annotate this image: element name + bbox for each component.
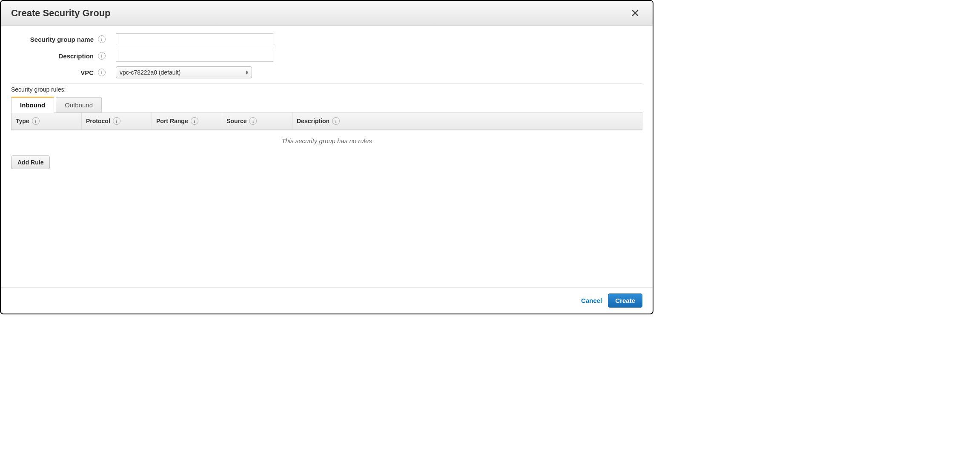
column-source-label: Source xyxy=(226,118,246,124)
column-protocol: Protocol xyxy=(82,112,152,130)
info-icon[interactable] xyxy=(332,117,340,125)
info-icon[interactable] xyxy=(113,117,120,125)
column-protocol-label: Protocol xyxy=(86,118,110,124)
tab-inbound[interactable]: Inbound xyxy=(11,97,54,113)
add-rule-button[interactable]: Add Rule xyxy=(11,155,50,169)
create-button[interactable]: Create xyxy=(608,294,642,308)
security-group-name-label: Security group name xyxy=(11,36,96,43)
rules-section-label: Security group rules: xyxy=(11,86,642,93)
dialog-title: Create Security Group xyxy=(11,8,111,19)
dialog-footer: Cancel Create xyxy=(1,287,653,314)
vpc-label: VPC xyxy=(11,69,96,76)
create-security-group-dialog: Create Security Group ✕ Security group n… xyxy=(0,0,653,314)
dialog-header: Create Security Group ✕ xyxy=(1,1,653,26)
close-icon[interactable]: ✕ xyxy=(628,8,642,19)
info-icon[interactable] xyxy=(191,117,198,125)
info-icon[interactable] xyxy=(249,117,257,125)
column-port-range: Port Range xyxy=(152,112,222,130)
info-icon[interactable] xyxy=(32,117,40,125)
column-description: Description xyxy=(292,112,642,130)
rules-table: Type Protocol Port Range Source xyxy=(11,112,642,130)
tab-outbound[interactable]: Outbound xyxy=(56,97,102,113)
security-group-name-row: Security group name xyxy=(11,33,642,45)
column-description-label: Description xyxy=(297,118,330,124)
info-icon[interactable] xyxy=(98,35,106,43)
description-row: Description xyxy=(11,50,642,62)
vpc-select-wrap: vpc-c78222a0 (default) ▲▼ xyxy=(116,66,252,78)
info-icon[interactable] xyxy=(98,52,106,60)
column-port-range-label: Port Range xyxy=(156,118,188,124)
vpc-selected-value: vpc-c78222a0 (default) xyxy=(120,69,181,76)
description-input[interactable] xyxy=(116,50,273,62)
column-type-label: Type xyxy=(16,118,29,124)
vpc-select[interactable]: vpc-c78222a0 (default) xyxy=(116,66,252,78)
column-source: Source xyxy=(222,112,292,130)
description-label: Description xyxy=(11,52,96,60)
rules-tabs: Inbound Outbound xyxy=(11,96,642,112)
rules-table-header: Type Protocol Port Range Source xyxy=(11,112,642,130)
rules-section: Security group rules: Inbound Outbound T… xyxy=(11,83,642,169)
no-rules-message: This security group has no rules xyxy=(11,130,642,151)
column-type: Type xyxy=(11,112,82,130)
security-group-name-input[interactable] xyxy=(116,33,273,45)
info-icon[interactable] xyxy=(98,69,106,76)
cancel-button[interactable]: Cancel xyxy=(581,297,602,304)
vpc-row: VPC vpc-c78222a0 (default) ▲▼ xyxy=(11,66,642,78)
dialog-body: Security group name Description VPC vpc-… xyxy=(1,26,653,287)
